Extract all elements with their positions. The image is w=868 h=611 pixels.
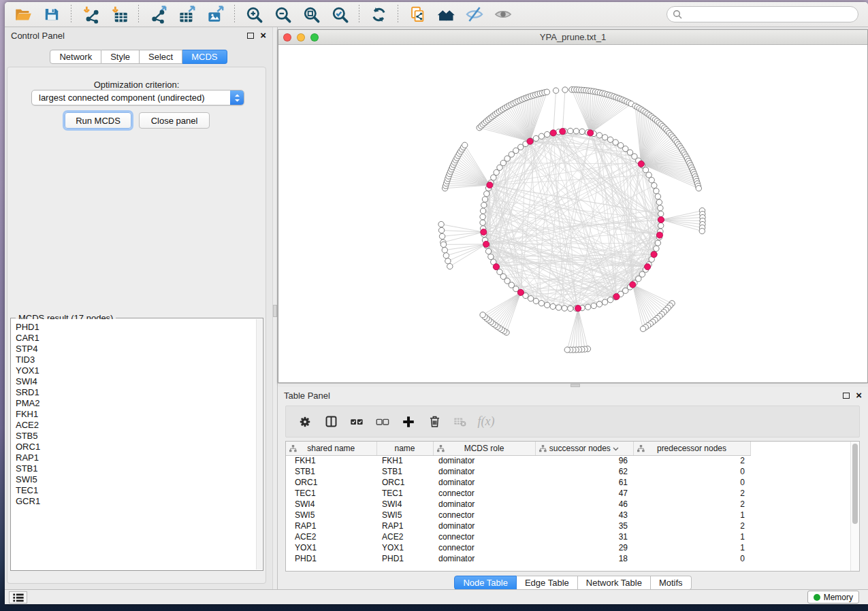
zoom-fit-button[interactable] — [300, 4, 322, 24]
table-row[interactable]: PHD1PHD1dominator180 — [286, 553, 859, 564]
task-history-button[interactable] — [9, 591, 27, 604]
plus-icon — [401, 414, 416, 429]
list-item[interactable]: RAP1 — [16, 452, 262, 463]
tab-select[interactable]: Select — [140, 50, 182, 64]
network-canvas[interactable] — [278, 45, 867, 382]
list-icon — [12, 591, 25, 604]
network-titlebar: YPA_prune.txt_1 — [278, 30, 867, 45]
close-icon[interactable]: × — [856, 392, 862, 399]
toolbar-separator — [398, 5, 398, 24]
column-header-MCDS-role[interactable]: MCDS role — [433, 442, 535, 455]
list-item[interactable]: TEC1 — [16, 485, 262, 496]
list-scrollbar[interactable] — [256, 319, 262, 569]
table-row[interactable]: TEC1TEC1connector472 — [286, 488, 859, 499]
first-neighbors-button[interactable] — [435, 4, 457, 24]
tab-edge-table[interactable]: Edge Table — [517, 576, 578, 590]
delete-button[interactable] — [425, 413, 443, 431]
tab-style[interactable]: Style — [101, 50, 140, 64]
gear-icon — [298, 414, 312, 429]
main-area: Control Panel × Network Style Select MCD… — [5, 27, 868, 589]
table-row[interactable]: YOX1YOX1connector291 — [286, 542, 859, 553]
list-item[interactable]: STB1 — [16, 463, 262, 474]
export-network-button[interactable] — [147, 4, 169, 24]
main-toolbar — [5, 2, 868, 27]
function-builder-button-disabled: f(x) — [477, 413, 495, 431]
table-row[interactable]: SWI4SWI4dominator462 — [286, 499, 859, 510]
export-table-icon — [178, 5, 196, 24]
float-window-icon[interactable] — [843, 393, 850, 399]
two-houses-icon — [436, 5, 455, 24]
list-item[interactable]: PMA2 — [16, 398, 262, 409]
column-header-predecessor-nodes[interactable]: predecessor nodes — [633, 442, 750, 455]
list-item[interactable]: STB5 — [16, 431, 262, 442]
list-item[interactable]: GCR1 — [16, 496, 262, 507]
table-row[interactable]: STB1STB1dominator620 — [286, 466, 859, 477]
list-item[interactable]: ACE2 — [16, 420, 262, 431]
list-item[interactable]: TID3 — [16, 354, 262, 365]
select-all-button[interactable] — [348, 413, 366, 431]
export-image-button[interactable] — [204, 4, 226, 24]
table-scrollbar[interactable] — [850, 442, 859, 571]
search-input[interactable] — [686, 10, 852, 20]
import-network-button[interactable] — [80, 4, 101, 24]
show-columns-button[interactable] — [322, 413, 340, 431]
up-down-chevrons-icon — [234, 93, 240, 103]
list-item[interactable]: SWI5 — [16, 474, 262, 485]
zoom-in-button[interactable] — [243, 4, 265, 24]
zoom-selected-button[interactable] — [329, 4, 351, 24]
tab-motifs[interactable]: Motifs — [651, 576, 692, 590]
search-box — [666, 6, 858, 22]
list-item[interactable]: SRD1 — [16, 387, 262, 398]
list-item[interactable]: YOX1 — [16, 365, 262, 376]
column-header-name[interactable]: name — [376, 442, 433, 455]
unchecked-boxes-icon — [375, 414, 390, 429]
vertical-splitter[interactable] — [272, 27, 278, 589]
list-item[interactable]: CAR1 — [16, 333, 262, 344]
control-panel: Control Panel × Network Style Select MCD… — [5, 27, 272, 589]
hide-details-button[interactable] — [464, 4, 485, 24]
zoom-out-button[interactable] — [272, 4, 293, 24]
mcds-result-list[interactable]: PHD1CAR1STP4TID3YOX1SWI4SRD1PMA2FKH1ACE2… — [12, 319, 262, 569]
list-item[interactable]: ORC1 — [16, 442, 262, 452]
table-row[interactable]: SWI5SWI5connector431 — [286, 510, 859, 521]
memory-button[interactable]: Memory — [807, 591, 859, 604]
refresh-button[interactable] — [368, 4, 389, 24]
list-item[interactable]: FKH1 — [16, 409, 262, 420]
table-row[interactable]: ACE2ACE2connector311 — [286, 531, 859, 542]
criterion-select[interactable]: largest connected component (undirected) — [31, 90, 244, 105]
list-item[interactable]: SWI4 — [16, 376, 262, 387]
table-row[interactable]: ORC1ORC1dominator610 — [286, 477, 859, 488]
import-table-button[interactable] — [108, 4, 130, 24]
close-panel-button[interactable]: Close panel — [139, 112, 210, 129]
splitter-grip[interactable] — [273, 305, 277, 317]
clone-network-button[interactable] — [406, 4, 428, 24]
add-row-button[interactable] — [400, 413, 417, 431]
node-table-wrap: shared namenameMCDS rolesuccessor nodes … — [285, 441, 860, 572]
column-header-successor-nodes[interactable]: successor nodes — [535, 442, 633, 455]
tab-network[interactable]: Network — [50, 50, 101, 64]
export-table-button[interactable] — [176, 4, 197, 24]
tab-network-table[interactable]: Network Table — [578, 576, 651, 590]
list-item[interactable]: PHD1 — [16, 322, 262, 333]
open-file-button[interactable] — [12, 4, 34, 24]
control-panel-title: Control Panel — [11, 31, 65, 41]
close-icon[interactable]: × — [260, 32, 266, 39]
show-details-button[interactable] — [492, 4, 514, 24]
export-network-icon — [149, 5, 167, 24]
column-settings-gear-button[interactable] — [296, 413, 314, 431]
table-row[interactable]: RAP1RAP1dominator352 — [286, 521, 859, 531]
sort-chevron-icon — [613, 447, 619, 451]
list-item[interactable]: STP4 — [16, 344, 262, 354]
tab-mcds[interactable]: MCDS — [182, 50, 227, 64]
deselect-all-button[interactable] — [374, 413, 391, 431]
tab-node-table[interactable]: Node Table — [454, 576, 517, 590]
run-mcds-button[interactable]: Run MCDS — [65, 112, 131, 129]
float-window-icon[interactable] — [247, 33, 254, 39]
memory-label: Memory — [824, 593, 853, 602]
scrollbar-thumb[interactable] — [852, 444, 858, 524]
column-header-shared-name[interactable]: shared name — [286, 442, 376, 455]
optimization-criterion-label: Optimization criterion: — [7, 80, 266, 90]
table-row[interactable]: FKH1FKH1dominator962 — [286, 455, 859, 466]
search-icon — [673, 10, 682, 19]
save-session-button[interactable] — [41, 4, 63, 24]
